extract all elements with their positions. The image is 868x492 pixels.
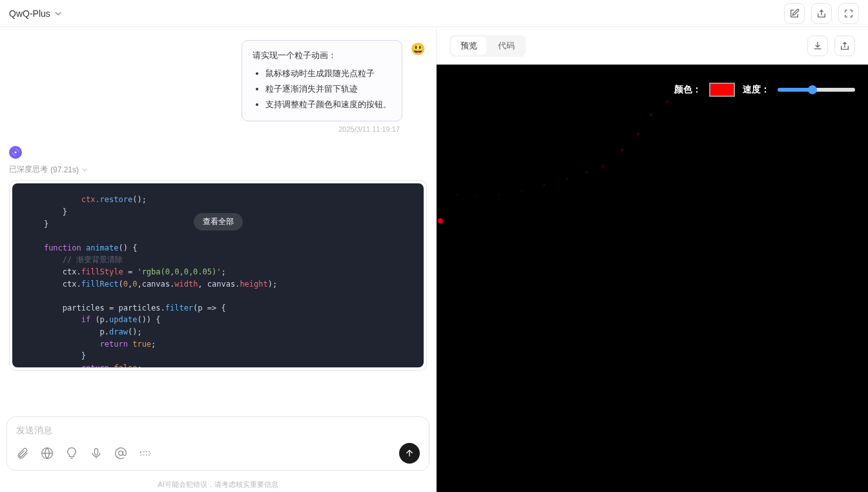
header-actions <box>784 3 859 24</box>
particle <box>666 100 669 103</box>
tab-code[interactable]: 代码 <box>489 37 524 55</box>
particle <box>521 190 522 192</box>
download-button[interactable] <box>807 36 828 56</box>
mic-icon[interactable] <box>90 447 103 460</box>
particle <box>543 184 546 187</box>
disclaimer-text: AI可能会犯错误，请考虑核实重要信息 <box>0 480 436 492</box>
globe-icon[interactable] <box>41 447 54 460</box>
share-preview-button[interactable] <box>834 36 855 56</box>
chat-input-container <box>6 416 429 471</box>
message-list: 请实现一个粒子动画： 鼠标移动时生成跟随光点粒子 粒子逐渐消失并留下轨迹 支持调… <box>0 27 436 416</box>
chevron-down-icon <box>81 167 88 173</box>
edit-button[interactable] <box>784 3 805 24</box>
preview-tabs: 预览 代码 <box>450 35 526 57</box>
chat-pane: 请实现一个粒子动画： 鼠标移动时生成跟随光点粒子 粒子逐渐消失并留下轨迹 支持调… <box>0 27 436 492</box>
particle <box>650 113 653 116</box>
user-avatar: 😃 <box>409 40 427 58</box>
particle <box>475 195 477 197</box>
ai-avatar <box>9 146 22 159</box>
thinking-indicator[interactable]: 已深度思考 (97.21s) <box>9 164 427 175</box>
user-message-list: 鼠标移动时生成跟随光点粒子 粒子逐渐消失并留下轨迹 支持调整粒子颜色和速度的按钮… <box>253 67 391 112</box>
tool-row <box>16 447 152 460</box>
svg-point-0 <box>15 152 17 154</box>
color-picker[interactable] <box>709 83 735 97</box>
list-item: 粒子逐渐消失并留下轨迹 <box>265 82 391 96</box>
mention-icon[interactable] <box>114 447 127 460</box>
particle <box>621 149 624 152</box>
preview-header: 预览 代码 <box>437 27 868 65</box>
preview-pane: 预览 代码 颜色： 速度： <box>436 27 868 492</box>
model-selector[interactable]: QwQ-Plus <box>9 8 62 19</box>
color-label: 颜色： <box>674 84 701 96</box>
thinking-label: 已深度思考 <box>9 164 48 175</box>
particle <box>566 178 568 180</box>
particle <box>601 165 604 168</box>
speed-slider[interactable] <box>778 88 855 92</box>
thinking-duration: (97.21s) <box>50 165 79 174</box>
show-all-button[interactable]: 查看全部 <box>194 213 243 231</box>
code-block: ctx.restore(); } } function animate() { … <box>12 183 424 367</box>
input-toolbar <box>16 443 420 464</box>
app-header: QwQ-Plus <box>0 0 868 27</box>
svg-point-3 <box>119 451 123 456</box>
user-message-intro: 请实现一个粒子动画： <box>253 48 391 63</box>
thought-icon[interactable] <box>65 447 78 460</box>
preview-actions <box>807 36 855 56</box>
share-button[interactable] <box>811 3 832 24</box>
expand-button[interactable] <box>838 3 859 24</box>
particle <box>585 171 588 174</box>
speed-label: 速度： <box>743 84 770 96</box>
tab-preview[interactable]: 预览 <box>451 37 486 55</box>
list-item: 鼠标移动时生成跟随光点粒子 <box>265 67 391 81</box>
svg-rect-4 <box>141 452 150 455</box>
attach-icon[interactable] <box>16 447 29 460</box>
particle <box>438 218 443 223</box>
model-name: QwQ-Plus <box>9 8 50 19</box>
particle-controls: 颜色： 速度： <box>674 83 855 97</box>
send-button[interactable] <box>399 443 420 464</box>
more-icon[interactable] <box>139 447 152 460</box>
list-item: 支持调整粒子颜色和速度的按钮。 <box>265 97 391 112</box>
chevron-down-icon <box>54 10 62 17</box>
user-message-row: 请实现一个粒子动画： 鼠标移动时生成跟随光点粒子 粒子逐渐消失并留下轨迹 支持调… <box>9 40 427 121</box>
message-timestamp: 2025/3/11 11:19:17 <box>9 125 400 133</box>
user-message-bubble: 请实现一个粒子动画： 鼠标移动时生成跟随光点粒子 粒子逐渐消失并留下轨迹 支持调… <box>242 40 402 121</box>
preview-canvas[interactable]: 颜色： 速度： <box>437 65 868 492</box>
code-response-card: 查看全部 ctx.restore(); } } function animate… <box>9 180 427 371</box>
chat-input[interactable] <box>16 425 420 435</box>
svg-rect-2 <box>95 449 98 455</box>
main-content: 请实现一个粒子动画： 鼠标移动时生成跟随光点粒子 粒子逐渐消失并留下轨迹 支持调… <box>0 27 868 492</box>
particle <box>637 132 640 136</box>
particle <box>456 194 458 196</box>
particle <box>498 194 500 196</box>
slider-thumb[interactable] <box>808 85 817 94</box>
